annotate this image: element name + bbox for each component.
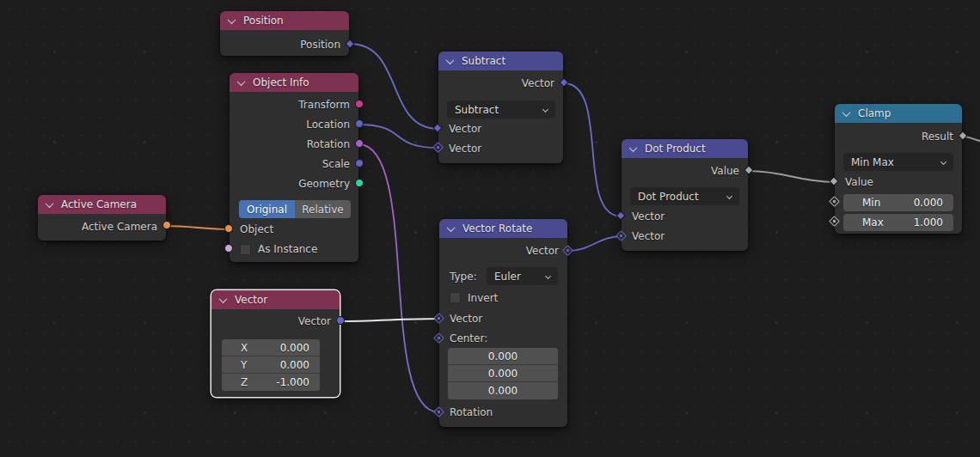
node-dot-product-header[interactable]: Dot Product bbox=[622, 139, 748, 158]
x-label: X bbox=[222, 342, 248, 354]
node-object-info[interactable]: Object Info Transform Location Rotation … bbox=[230, 73, 358, 262]
node-vector[interactable]: Vector Vector X 0.000 Y 0.000 Z -1.000 bbox=[211, 290, 340, 397]
input-label: Vector bbox=[449, 143, 481, 155]
node-clamp-header[interactable]: Clamp bbox=[835, 104, 962, 123]
x-field[interactable]: X 0.000 bbox=[222, 339, 320, 356]
node-vector-rotate-body: Vector Type: Euler Invert Vector Center:… bbox=[439, 238, 567, 427]
collapse-chevron-icon[interactable] bbox=[237, 77, 246, 86]
y-field[interactable]: Y 0.000 bbox=[222, 356, 320, 374]
collapse-chevron-icon[interactable] bbox=[446, 56, 455, 64]
input-label: Value bbox=[845, 176, 873, 188]
input-label: Center: bbox=[450, 332, 487, 344]
node-active-camera-header[interactable]: Active Camera bbox=[38, 195, 166, 214]
output-label: Geometry bbox=[298, 178, 350, 190]
node-subtract-body: Vector Subtract Vector Vector bbox=[438, 70, 563, 163]
node-title: Clamp bbox=[858, 107, 891, 119]
node-position[interactable]: Position Position bbox=[220, 11, 349, 56]
origin-space-toggle: Original Relative bbox=[239, 200, 351, 218]
socket-active-camera-output[interactable] bbox=[162, 221, 171, 229]
node-clamp[interactable]: Clamp Result Min Max Value Min 0.000 Max… bbox=[835, 104, 962, 234]
collapse-chevron-icon[interactable] bbox=[447, 223, 456, 232]
wire-camera-to-object[interactable] bbox=[166, 226, 230, 229]
node-position-header[interactable]: Position bbox=[220, 11, 349, 30]
type-value: Euler bbox=[494, 271, 521, 283]
rotate-type-dropdown[interactable]: Euler bbox=[487, 267, 558, 285]
node-title: Active Camera bbox=[61, 198, 137, 210]
operation-dropdown[interactable]: Subtract bbox=[447, 101, 555, 119]
wire-vector-rotate-to-dot-product[interactable] bbox=[568, 236, 622, 251]
node-object-info-header[interactable]: Object Info bbox=[230, 73, 358, 92]
output-label: Location bbox=[306, 119, 350, 131]
collapse-chevron-icon[interactable] bbox=[228, 15, 236, 24]
collapse-chevron-icon[interactable] bbox=[629, 143, 638, 152]
operation-value: Dot Product bbox=[638, 191, 699, 203]
wire-rotation-to-vector-rotate[interactable] bbox=[358, 144, 439, 412]
y-label: Y bbox=[222, 359, 247, 371]
max-field[interactable]: Max 1.000 bbox=[843, 214, 953, 231]
node-vector-rotate-header[interactable]: Vector Rotate bbox=[439, 219, 567, 238]
output-label: Vector bbox=[522, 77, 554, 89]
center-y-value: 0.000 bbox=[488, 368, 518, 380]
type-label: Type: bbox=[450, 271, 477, 283]
node-vector-rotate[interactable]: Vector Rotate Vector Type: Euler Invert … bbox=[439, 219, 567, 427]
output-label: Result bbox=[922, 131, 953, 143]
invert-checkbox[interactable] bbox=[450, 292, 461, 303]
node-editor-canvas[interactable]: Position Position Object Info Transform … bbox=[0, 0, 980, 457]
min-field[interactable]: Min 0.000 bbox=[843, 194, 953, 211]
wire-subtract-to-dot-product[interactable] bbox=[564, 83, 622, 216]
node-title: Subtract bbox=[462, 55, 505, 67]
x-value: 0.000 bbox=[280, 342, 320, 354]
output-label: Rotation bbox=[307, 138, 350, 150]
min-label: Min bbox=[843, 197, 880, 209]
as-instance-checkbox[interactable] bbox=[240, 244, 251, 255]
chevron-down-icon bbox=[545, 273, 551, 279]
input-label: Vector bbox=[450, 313, 482, 325]
z-field[interactable]: Z -1.000 bbox=[222, 374, 320, 391]
collapse-chevron-icon[interactable] bbox=[219, 295, 228, 303]
wire-position-to-subtract[interactable] bbox=[350, 44, 438, 129]
center-z-field[interactable]: 0.000 bbox=[448, 382, 558, 399]
socket-location-output[interactable] bbox=[355, 119, 364, 128]
socket-geometry-output[interactable] bbox=[355, 179, 364, 187]
wire-vector-to-vector-rotate[interactable] bbox=[339, 319, 439, 321]
socket-transform-output[interactable] bbox=[355, 100, 364, 108]
input-label: Object bbox=[240, 223, 273, 235]
node-title: Vector Rotate bbox=[462, 222, 532, 235]
center-xyz-fields: 0.000 0.000 0.000 bbox=[448, 348, 558, 399]
output-label: Position bbox=[300, 39, 340, 51]
node-clamp-body: Result Min Max Value Min 0.000 Max 1.000 bbox=[835, 123, 962, 234]
original-button[interactable]: Original bbox=[239, 200, 295, 218]
clamp-mode-dropdown[interactable]: Min Max bbox=[843, 153, 953, 171]
node-dot-product-body: Value Dot Product Vector Vector bbox=[622, 158, 748, 251]
node-title: Object Info bbox=[253, 76, 309, 88]
center-y-field[interactable]: 0.000 bbox=[448, 365, 558, 382]
socket-as-instance-input[interactable] bbox=[224, 244, 233, 253]
input-label: Vector bbox=[632, 230, 665, 242]
node-subtract[interactable]: Subtract Vector Subtract Vector Vector bbox=[438, 52, 563, 163]
collapse-chevron-icon[interactable] bbox=[46, 199, 54, 208]
wire-location-to-subtract[interactable] bbox=[358, 125, 438, 148]
wire-dot-product-to-clamp[interactable] bbox=[749, 171, 835, 182]
node-object-info-body: Transform Location Rotation Scale Geomet… bbox=[230, 92, 358, 262]
socket-scale-output[interactable] bbox=[355, 159, 364, 168]
socket-object-input[interactable] bbox=[224, 224, 233, 233]
node-subtract-header[interactable]: Subtract bbox=[438, 52, 563, 70]
vector-xyz-fields: X 0.000 Y 0.000 Z -1.000 bbox=[222, 339, 320, 391]
z-label: Z bbox=[222, 376, 248, 388]
node-title: Dot Product bbox=[645, 143, 706, 155]
socket-rotation-output[interactable] bbox=[355, 139, 364, 148]
socket-vector-output[interactable] bbox=[336, 316, 345, 325]
center-x-field[interactable]: 0.000 bbox=[448, 348, 558, 365]
chevron-down-icon bbox=[940, 159, 946, 165]
operation-dropdown[interactable]: Dot Product bbox=[630, 187, 739, 205]
input-label: Vector bbox=[449, 123, 481, 135]
node-active-camera[interactable]: Active Camera Active Camera bbox=[38, 195, 166, 241]
min-value: 0.000 bbox=[914, 197, 953, 209]
relative-button[interactable]: Relative bbox=[295, 200, 351, 218]
node-dot-product[interactable]: Dot Product Value Dot Product Vector Vec… bbox=[622, 139, 748, 251]
invert-label: Invert bbox=[468, 292, 498, 304]
collapse-chevron-icon[interactable] bbox=[842, 108, 851, 117]
output-label: Vector bbox=[526, 245, 559, 257]
node-vector-header[interactable]: Vector bbox=[211, 290, 340, 309]
operation-value: Subtract bbox=[455, 104, 499, 116]
